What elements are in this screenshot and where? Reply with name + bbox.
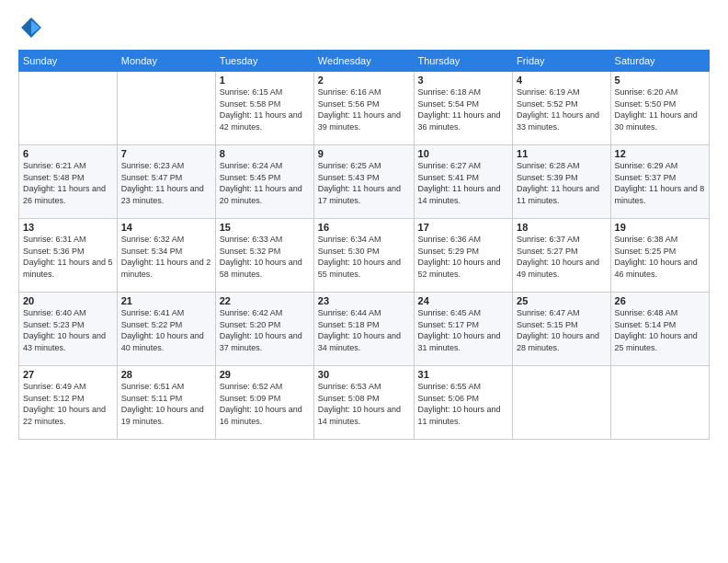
table-row: 11Sunrise: 6:28 AM Sunset: 5:39 PM Dayli… bbox=[513, 145, 611, 219]
day-info: Sunrise: 6:34 AM Sunset: 5:30 PM Dayligh… bbox=[318, 234, 410, 280]
day-info: Sunrise: 6:49 AM Sunset: 5:12 PM Dayligh… bbox=[23, 381, 113, 427]
day-info: Sunrise: 6:37 AM Sunset: 5:27 PM Dayligh… bbox=[517, 234, 607, 280]
table-row: 15Sunrise: 6:33 AM Sunset: 5:32 PM Dayli… bbox=[215, 219, 313, 293]
day-info: Sunrise: 6:32 AM Sunset: 5:34 PM Dayligh… bbox=[121, 234, 211, 280]
day-number: 11 bbox=[517, 148, 607, 159]
table-row: 16Sunrise: 6:34 AM Sunset: 5:30 PM Dayli… bbox=[313, 219, 414, 293]
day-info: Sunrise: 6:45 AM Sunset: 5:17 PM Dayligh… bbox=[418, 307, 509, 353]
day-number: 26 bbox=[615, 295, 705, 306]
table-row: 4Sunrise: 6:19 AM Sunset: 5:52 PM Daylig… bbox=[513, 72, 611, 145]
day-info: Sunrise: 6:55 AM Sunset: 5:06 PM Dayligh… bbox=[418, 381, 509, 427]
day-number: 1 bbox=[220, 75, 310, 86]
table-row: 23Sunrise: 6:44 AM Sunset: 5:18 PM Dayli… bbox=[313, 293, 414, 366]
day-info: Sunrise: 6:42 AM Sunset: 5:20 PM Dayligh… bbox=[220, 307, 310, 353]
day-number: 29 bbox=[220, 369, 310, 380]
header bbox=[18, 15, 710, 40]
calendar-week-row: 1Sunrise: 6:15 AM Sunset: 5:58 PM Daylig… bbox=[19, 72, 710, 145]
day-number: 9 bbox=[318, 148, 410, 159]
day-number: 10 bbox=[418, 148, 509, 159]
logo bbox=[18, 15, 48, 40]
table-row: 13Sunrise: 6:31 AM Sunset: 5:36 PM Dayli… bbox=[19, 219, 118, 293]
day-number: 23 bbox=[318, 295, 410, 306]
day-info: Sunrise: 6:44 AM Sunset: 5:18 PM Dayligh… bbox=[318, 307, 410, 353]
page: Sunday Monday Tuesday Wednesday Thursday… bbox=[0, 0, 728, 563]
day-number: 12 bbox=[615, 148, 705, 159]
table-row: 3Sunrise: 6:18 AM Sunset: 5:54 PM Daylig… bbox=[414, 72, 513, 145]
col-thursday: Thursday bbox=[414, 51, 513, 72]
day-info: Sunrise: 6:33 AM Sunset: 5:32 PM Dayligh… bbox=[220, 234, 310, 280]
day-number: 21 bbox=[121, 295, 211, 306]
table-row: 18Sunrise: 6:37 AM Sunset: 5:27 PM Dayli… bbox=[513, 219, 611, 293]
table-row: 31Sunrise: 6:55 AM Sunset: 5:06 PM Dayli… bbox=[414, 366, 513, 440]
calendar-week-row: 13Sunrise: 6:31 AM Sunset: 5:36 PM Dayli… bbox=[19, 219, 710, 293]
day-info: Sunrise: 6:27 AM Sunset: 5:41 PM Dayligh… bbox=[418, 160, 509, 206]
day-number: 4 bbox=[517, 75, 607, 86]
day-info: Sunrise: 6:51 AM Sunset: 5:11 PM Dayligh… bbox=[121, 381, 211, 427]
table-row: 14Sunrise: 6:32 AM Sunset: 5:34 PM Dayli… bbox=[117, 219, 215, 293]
table-row: 22Sunrise: 6:42 AM Sunset: 5:20 PM Dayli… bbox=[215, 293, 313, 366]
day-number: 28 bbox=[121, 369, 211, 380]
day-number: 15 bbox=[220, 222, 310, 233]
day-number: 2 bbox=[318, 75, 410, 86]
day-info: Sunrise: 6:16 AM Sunset: 5:56 PM Dayligh… bbox=[318, 86, 410, 132]
day-number: 3 bbox=[418, 75, 509, 86]
day-info: Sunrise: 6:41 AM Sunset: 5:22 PM Dayligh… bbox=[121, 307, 211, 353]
table-row: 7Sunrise: 6:23 AM Sunset: 5:47 PM Daylig… bbox=[117, 145, 215, 219]
table-row bbox=[610, 366, 709, 440]
table-row: 20Sunrise: 6:40 AM Sunset: 5:23 PM Dayli… bbox=[19, 293, 118, 366]
col-monday: Monday bbox=[117, 51, 215, 72]
day-number: 24 bbox=[418, 295, 509, 306]
day-info: Sunrise: 6:21 AM Sunset: 5:48 PM Dayligh… bbox=[23, 160, 113, 206]
day-number: 17 bbox=[418, 222, 509, 233]
col-sunday: Sunday bbox=[19, 51, 118, 72]
day-number: 27 bbox=[23, 369, 113, 380]
day-number: 31 bbox=[418, 369, 509, 380]
calendar-week-row: 27Sunrise: 6:49 AM Sunset: 5:12 PM Dayli… bbox=[19, 366, 710, 440]
table-row bbox=[19, 72, 118, 145]
day-info: Sunrise: 6:53 AM Sunset: 5:08 PM Dayligh… bbox=[318, 381, 410, 427]
day-number: 18 bbox=[517, 222, 607, 233]
day-number: 30 bbox=[318, 369, 410, 380]
day-number: 25 bbox=[517, 295, 607, 306]
day-info: Sunrise: 6:18 AM Sunset: 5:54 PM Dayligh… bbox=[418, 86, 509, 132]
day-info: Sunrise: 6:23 AM Sunset: 5:47 PM Dayligh… bbox=[121, 160, 211, 206]
table-row: 8Sunrise: 6:24 AM Sunset: 5:45 PM Daylig… bbox=[215, 145, 313, 219]
table-row bbox=[513, 366, 611, 440]
table-row: 26Sunrise: 6:48 AM Sunset: 5:14 PM Dayli… bbox=[610, 293, 709, 366]
calendar-table: Sunday Monday Tuesday Wednesday Thursday… bbox=[18, 50, 710, 440]
table-row: 29Sunrise: 6:52 AM Sunset: 5:09 PM Dayli… bbox=[215, 366, 313, 440]
table-row: 10Sunrise: 6:27 AM Sunset: 5:41 PM Dayli… bbox=[414, 145, 513, 219]
day-info: Sunrise: 6:24 AM Sunset: 5:45 PM Dayligh… bbox=[220, 160, 310, 206]
day-info: Sunrise: 6:29 AM Sunset: 5:37 PM Dayligh… bbox=[615, 160, 705, 206]
day-number: 22 bbox=[220, 295, 310, 306]
col-saturday: Saturday bbox=[610, 51, 709, 72]
table-row bbox=[117, 72, 215, 145]
day-info: Sunrise: 6:38 AM Sunset: 5:25 PM Dayligh… bbox=[615, 234, 705, 280]
day-number: 5 bbox=[615, 75, 705, 86]
table-row: 21Sunrise: 6:41 AM Sunset: 5:22 PM Dayli… bbox=[117, 293, 215, 366]
table-row: 1Sunrise: 6:15 AM Sunset: 5:58 PM Daylig… bbox=[215, 72, 313, 145]
table-row: 12Sunrise: 6:29 AM Sunset: 5:37 PM Dayli… bbox=[610, 145, 709, 219]
calendar-week-row: 20Sunrise: 6:40 AM Sunset: 5:23 PM Dayli… bbox=[19, 293, 710, 366]
day-number: 7 bbox=[121, 148, 211, 159]
day-number: 13 bbox=[23, 222, 113, 233]
day-info: Sunrise: 6:36 AM Sunset: 5:29 PM Dayligh… bbox=[418, 234, 509, 280]
day-info: Sunrise: 6:48 AM Sunset: 5:14 PM Dayligh… bbox=[615, 307, 705, 353]
table-row: 17Sunrise: 6:36 AM Sunset: 5:29 PM Dayli… bbox=[414, 219, 513, 293]
day-number: 14 bbox=[121, 222, 211, 233]
day-number: 16 bbox=[318, 222, 410, 233]
day-info: Sunrise: 6:20 AM Sunset: 5:50 PM Dayligh… bbox=[615, 86, 705, 132]
table-row: 27Sunrise: 6:49 AM Sunset: 5:12 PM Dayli… bbox=[19, 366, 118, 440]
day-info: Sunrise: 6:25 AM Sunset: 5:43 PM Dayligh… bbox=[318, 160, 410, 206]
logo-icon bbox=[18, 15, 44, 40]
table-row: 9Sunrise: 6:25 AM Sunset: 5:43 PM Daylig… bbox=[313, 145, 414, 219]
day-info: Sunrise: 6:31 AM Sunset: 5:36 PM Dayligh… bbox=[23, 234, 113, 280]
calendar-header-row: Sunday Monday Tuesday Wednesday Thursday… bbox=[19, 51, 710, 72]
col-tuesday: Tuesday bbox=[215, 51, 313, 72]
day-number: 8 bbox=[220, 148, 310, 159]
table-row: 2Sunrise: 6:16 AM Sunset: 5:56 PM Daylig… bbox=[313, 72, 414, 145]
col-wednesday: Wednesday bbox=[313, 51, 414, 72]
day-info: Sunrise: 6:40 AM Sunset: 5:23 PM Dayligh… bbox=[23, 307, 113, 353]
table-row: 19Sunrise: 6:38 AM Sunset: 5:25 PM Dayli… bbox=[610, 219, 709, 293]
day-number: 20 bbox=[23, 295, 113, 306]
